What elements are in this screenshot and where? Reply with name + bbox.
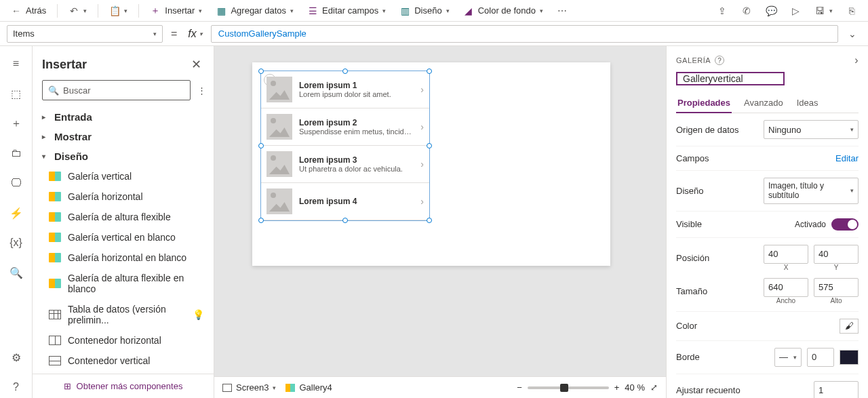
resize-handle[interactable] — [427, 68, 432, 74]
item-galeria-horizontal[interactable]: Galería horizontal — [33, 186, 214, 207]
chevron-right-icon: › — [420, 159, 424, 170]
gallery-selection[interactable]: ✎ Lorem ipsum 1Lorem ipsum dolor sit ame… — [260, 71, 430, 221]
prop-visible-toggle[interactable] — [831, 218, 859, 231]
prop-fields-edit-link[interactable]: Editar — [835, 153, 859, 163]
rail-data[interactable]: 🗀 — [5, 142, 27, 164]
separator — [98, 4, 98, 18]
edit-fields-button[interactable]: ☰Editar campos▾ — [302, 3, 391, 19]
row-title: Lorem ipsum 3 — [299, 155, 414, 165]
control-name-value: Galleryvertical — [683, 73, 743, 84]
prop-color-picker[interactable]: 🖌 — [840, 319, 859, 334]
design-button[interactable]: ▥Diseño▾ — [394, 3, 454, 19]
save-button[interactable]: 🖫▾ — [809, 3, 838, 19]
prop-x-input[interactable]: 40 — [764, 245, 808, 264]
item-container-h[interactable]: Contenedor horizontal — [33, 330, 214, 351]
expand-formula-button[interactable]: ⌄ — [844, 28, 861, 39]
item-container-v[interactable]: Contenedor vertical — [33, 351, 214, 371]
control-name-input[interactable]: Galleryvertical — [676, 72, 785, 85]
insert-search-input[interactable]: 🔍Buscar — [42, 80, 191, 100]
publish-button[interactable]: ⎘ — [841, 3, 863, 19]
rail-variables[interactable]: {x} — [5, 232, 27, 254]
prop-border-style[interactable]: —▾ — [774, 348, 802, 367]
play-icon: ▷ — [790, 5, 801, 16]
resize-handle[interactable] — [258, 218, 264, 223]
fx-button[interactable]: fx▾ — [185, 28, 205, 40]
overflow-button[interactable]: ⋯ — [551, 3, 573, 19]
tab-ideas[interactable]: Ideas — [795, 94, 820, 113]
help-icon[interactable]: ? — [715, 56, 724, 65]
item-galeria-fblank[interactable]: Galería de altura flexible en blanco — [33, 268, 214, 299]
play-button[interactable]: ▷ — [785, 3, 806, 19]
prop-wrapcount-label: Ajustar recuento — [676, 385, 808, 395]
resize-handle[interactable] — [258, 143, 264, 148]
bucket-icon: 🖌 — [845, 321, 854, 331]
rail-insert[interactable]: ＋ — [5, 113, 27, 134]
prop-layout-select[interactable]: Imagen, título y subtítulo▾ — [764, 178, 859, 204]
item-galeria-vblank[interactable]: Galería vertical en blanco — [33, 227, 214, 247]
row-subtitle: Ut pharetra a dolor ac vehicula. — [299, 165, 414, 173]
insert-panel: Insertar ✕ 🔍Buscar ⋮ ▸Entrada ▸Mostrar ▾… — [33, 46, 214, 398]
tab-avanzado[interactable]: Avanzado — [743, 94, 785, 113]
prop-border-color[interactable] — [840, 350, 859, 365]
item-galeria-hblank[interactable]: Galería horizontal en blanco — [33, 247, 214, 268]
resize-handle[interactable] — [427, 218, 432, 223]
canvas[interactable]: ✎ Lorem ipsum 1Lorem ipsum dolor sit ame… — [214, 46, 666, 398]
back-button[interactable]: ←Atrás — [5, 3, 52, 19]
height-label: Alto — [814, 297, 859, 304]
rail-hamburger[interactable]: ≡ — [5, 53, 27, 75]
zoom-slider-thumb[interactable] — [560, 384, 568, 392]
chevron-down-icon: ▾ — [446, 7, 450, 14]
resize-handle[interactable] — [427, 143, 432, 148]
tab-propiedades[interactable]: Propiedades — [676, 94, 732, 113]
prop-color-label: Color — [676, 321, 834, 331]
crumb-screen[interactable]: Screen3▾ — [222, 382, 276, 393]
resize-handle[interactable] — [258, 68, 264, 74]
insert-more-button[interactable]: ⋮ — [196, 85, 207, 96]
property-selector[interactable]: Items▾ — [7, 25, 163, 43]
prop-datasource-select[interactable]: Ninguno▾ — [764, 120, 859, 139]
paste-button[interactable]: 📋▾ — [104, 3, 133, 19]
item-galeria-vertical[interactable]: Galería vertical — [33, 166, 214, 186]
cat-diseno[interactable]: ▾Diseño — [33, 146, 214, 166]
gallery-row[interactable]: Lorem ipsum 4› — [261, 183, 429, 220]
prop-wrapcount-input[interactable]: 1 — [814, 381, 859, 398]
gallery-row[interactable]: Lorem ipsum 2Suspendisse enim metus, tin… — [261, 108, 429, 146]
resize-handle[interactable] — [342, 68, 348, 74]
item-galeria-flexible[interactable]: Galería de altura flexible — [33, 207, 214, 227]
rail-media[interactable]: 🖵 — [5, 172, 27, 194]
gallery-row[interactable]: Lorem ipsum 3Ut pharetra a dolor ac vehi… — [261, 146, 429, 183]
rail-power[interactable]: ⚡ — [5, 202, 27, 224]
rail-help[interactable]: ? — [5, 376, 27, 398]
formula-input[interactable]: CustomGallerySample — [211, 25, 838, 43]
prop-border-width-input[interactable]: 0 — [807, 348, 834, 367]
rail-search[interactable]: 🔍 — [5, 262, 27, 283]
call-button[interactable]: ✆ — [736, 3, 757, 19]
rail-settings[interactable]: ⚙ — [5, 346, 27, 368]
zoom-slider-track[interactable] — [528, 386, 609, 389]
prop-height-input[interactable]: 575 — [814, 278, 859, 297]
cat-entrada[interactable]: ▸Entrada — [33, 107, 214, 127]
get-more-components[interactable]: ⊞Obtener más componentes — [33, 374, 214, 398]
bg-color-button[interactable]: ◢Color de fondo▾ — [458, 3, 549, 19]
fit-screen-button[interactable]: ⤢ — [650, 382, 658, 393]
prop-width-input[interactable]: 640 — [764, 278, 808, 297]
zoom-in-button[interactable]: + — [614, 382, 620, 393]
resize-handle[interactable] — [342, 218, 348, 223]
add-data-button[interactable]: ▦Agregar datos▾ — [210, 3, 299, 19]
crumb-gallery[interactable]: Gallery4 — [285, 382, 332, 393]
row-subtitle: Suspendisse enim metus, tincidunt — [299, 127, 414, 136]
item-tabla-datos[interactable]: Tabla de datos (versión prelimin...💡 — [33, 299, 214, 330]
image-placeholder-icon — [267, 151, 292, 177]
cat-mostrar[interactable]: ▸Mostrar — [33, 127, 214, 146]
chevron-right-icon[interactable]: › — [854, 54, 859, 66]
prop-y-input[interactable]: 40 — [814, 245, 859, 264]
insert-button[interactable]: ＋Insertar▾ — [144, 3, 208, 19]
gallery-row[interactable]: Lorem ipsum 1Lorem ipsum dolor sit amet.… — [261, 71, 429, 108]
close-panel-button[interactable]: ✕ — [189, 54, 204, 75]
comments-button[interactable]: 💬 — [760, 3, 782, 19]
separator — [57, 4, 58, 18]
rail-tree[interactable]: ⬚ — [5, 83, 27, 104]
undo-button[interactable]: ↶▾ — [63, 3, 92, 19]
zoom-out-button[interactable]: − — [517, 382, 522, 393]
share-button[interactable]: ⇪ — [711, 3, 733, 19]
